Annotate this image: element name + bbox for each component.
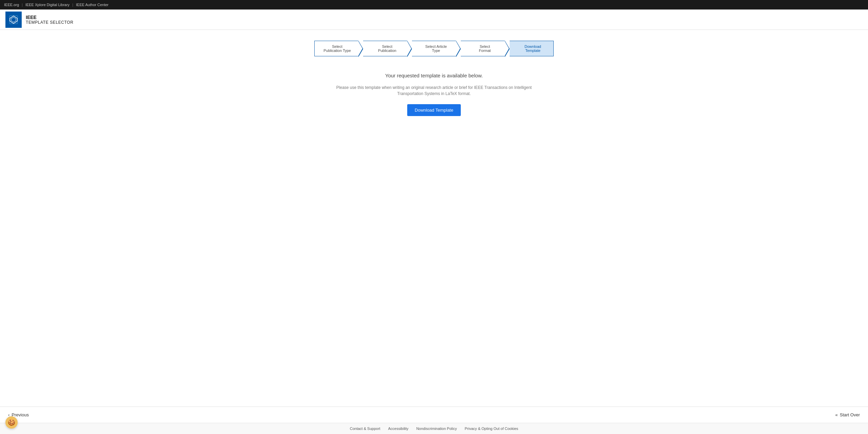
sub-text: Please use this template when writing an…: [324, 84, 544, 97]
step-label-4: SelectFormat: [479, 44, 491, 53]
footer-link-nondiscrimination[interactable]: Nondiscrimination Policy: [416, 427, 457, 431]
ieee-logo: [5, 12, 22, 28]
nav-link-ieee-org[interactable]: IEEE.org: [4, 3, 19, 7]
step-select-article-type: Select ArticleType: [412, 41, 456, 56]
nav-separator-1: |: [22, 3, 23, 7]
nav-separator-2: |: [72, 3, 73, 7]
main-heading: Your requested template is available bel…: [385, 73, 483, 78]
site-header: IEEE TEMPLATE SELECTOR: [0, 10, 868, 30]
step-select-publication-type: SelectPublication Type: [314, 41, 358, 56]
header-title: IEEE TEMPLATE SELECTOR: [26, 15, 73, 25]
step-label-5: DownloadTemplate: [525, 44, 541, 53]
svg-rect-0: [9, 16, 18, 24]
start-over-label: Start Over: [840, 412, 860, 417]
step-label-2: SelectPublication: [378, 44, 396, 53]
bottom-nav: ‹ Previous « Start Over: [0, 407, 868, 423]
site-footer: Contact & Support Accessibility Nondiscr…: [0, 423, 868, 434]
top-nav-bar: IEEE.org | IEEE Xplore Digital Library |…: [0, 0, 868, 10]
start-over-button[interactable]: « Start Over: [835, 412, 860, 417]
ieee-label: IEEE: [26, 15, 73, 20]
footer-link-accessibility[interactable]: Accessibility: [388, 427, 409, 431]
step-label-1: SelectPublication Type: [323, 44, 351, 53]
step-select-format: SelectFormat: [461, 41, 505, 56]
step-download-template: DownloadTemplate: [510, 41, 554, 56]
footer-link-contact[interactable]: Contact & Support: [350, 427, 380, 431]
stepper: SelectPublication Type SelectPublication…: [7, 41, 861, 56]
nav-link-author-center[interactable]: IEEE Author Center: [76, 3, 108, 7]
main-content: SelectPublication Type SelectPublication…: [0, 30, 868, 407]
step-select-publication: SelectPublication: [363, 41, 407, 56]
cookie-consent-badge[interactable]: 🍪: [5, 416, 18, 429]
step-label-3: Select ArticleType: [425, 44, 447, 53]
start-over-icon: «: [835, 412, 838, 417]
template-selector-label: TEMPLATE SELECTOR: [26, 20, 73, 25]
footer-link-privacy[interactable]: Privacy & Opting Out of Cookies: [465, 427, 518, 431]
content-area: Your requested template is available bel…: [7, 73, 861, 116]
cookie-icon: 🍪: [8, 419, 15, 426]
download-template-button[interactable]: Download Template: [407, 104, 461, 116]
nav-link-xplore[interactable]: IEEE Xplore Digital Library: [25, 3, 70, 7]
previous-label: Previous: [12, 412, 29, 417]
